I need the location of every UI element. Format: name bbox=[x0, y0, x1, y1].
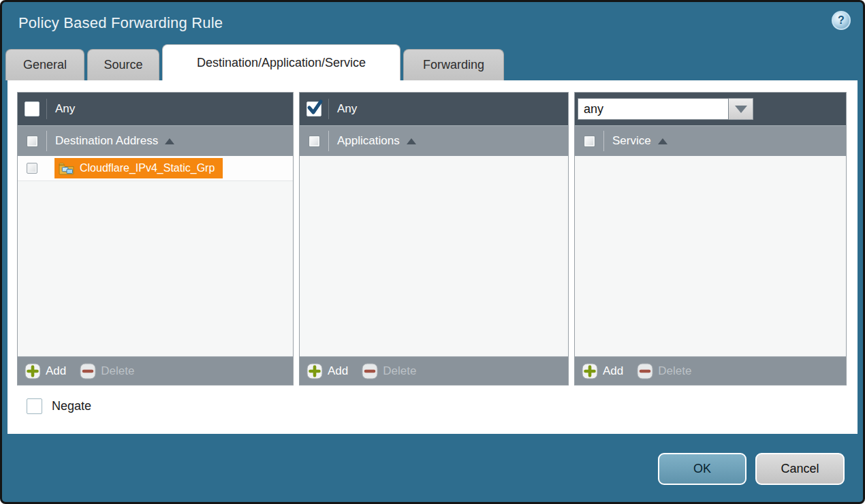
applications-column-title: Applications bbox=[337, 134, 400, 148]
applications-column-header[interactable]: Applications bbox=[300, 125, 568, 156]
applications-delete-button[interactable]: Delete bbox=[362, 363, 416, 379]
destination-any-bar: Any bbox=[18, 93, 293, 125]
service-column-title: Service bbox=[612, 134, 651, 148]
divider bbox=[603, 131, 604, 151]
applications-any-checkbox[interactable] bbox=[306, 101, 321, 116]
tab-source[interactable]: Source bbox=[87, 49, 159, 80]
dialog-action-band: OK Cancel bbox=[2, 434, 863, 502]
divider bbox=[328, 131, 329, 151]
applications-panel: Any Applications Add bbox=[299, 92, 569, 385]
help-icon[interactable]: ? bbox=[832, 11, 851, 30]
add-plus-icon bbox=[25, 363, 41, 379]
negate-label: Negate bbox=[52, 399, 91, 413]
tab-general[interactable]: General bbox=[5, 49, 84, 80]
destination-list: Cloudflare_IPv4_Static_Grp bbox=[18, 156, 293, 356]
dropdown-button[interactable] bbox=[729, 98, 753, 120]
address-group-icon bbox=[59, 162, 74, 175]
add-plus-icon bbox=[306, 363, 323, 379]
service-select-all-checkbox[interactable] bbox=[584, 136, 595, 147]
service-footer: Add Delete bbox=[575, 356, 846, 385]
sort-ascending-icon bbox=[407, 138, 416, 144]
selected-address-group[interactable]: Cloudflare_IPv4_Static_Grp bbox=[54, 158, 223, 178]
destination-any-checkbox[interactable] bbox=[25, 101, 40, 116]
tab-content: Any Destination Address bbox=[7, 80, 858, 434]
service-list bbox=[575, 156, 846, 356]
tab-bar: General Source Destination/Application/S… bbox=[2, 44, 863, 80]
applications-footer: Add Delete bbox=[300, 356, 568, 385]
divider bbox=[46, 99, 47, 119]
destination-add-button[interactable]: Add bbox=[25, 363, 66, 379]
add-label: Add bbox=[46, 364, 66, 378]
delete-label: Delete bbox=[383, 364, 416, 378]
service-delete-button[interactable]: Delete bbox=[637, 363, 691, 379]
divider bbox=[46, 131, 47, 151]
negate-option: Negate bbox=[27, 398, 858, 414]
destination-delete-button[interactable]: Delete bbox=[80, 363, 134, 379]
service-column-header[interactable]: Service bbox=[575, 125, 846, 156]
panels-container: Any Destination Address bbox=[7, 80, 858, 385]
applications-select-all-checkbox[interactable] bbox=[309, 136, 320, 147]
negate-checkbox[interactable] bbox=[27, 398, 42, 414]
destination-panel: Any Destination Address bbox=[17, 92, 294, 385]
applications-add-button[interactable]: Add bbox=[306, 363, 348, 379]
destination-column-header[interactable]: Destination Address bbox=[18, 125, 293, 156]
add-label: Add bbox=[603, 364, 623, 378]
chevron-down-icon bbox=[735, 106, 747, 113]
divider bbox=[328, 99, 329, 119]
delete-minus-icon bbox=[637, 363, 653, 379]
sort-ascending-icon bbox=[165, 138, 174, 144]
tab-destination-application-service[interactable]: Destination/Application/Service bbox=[162, 44, 400, 80]
address-group-name: Cloudflare_IPv4_Static_Grp bbox=[80, 162, 215, 174]
ok-button[interactable]: OK bbox=[658, 453, 746, 485]
dialog-title: Policy Based Forwarding Rule bbox=[18, 14, 223, 32]
destination-select-all-checkbox[interactable] bbox=[27, 136, 38, 147]
checkmark-icon bbox=[304, 97, 325, 118]
destination-footer: Add Delete bbox=[18, 356, 293, 385]
applications-any-bar: Any bbox=[300, 93, 568, 125]
dialog-titlebar: Policy Based Forwarding Rule ? bbox=[2, 2, 863, 44]
policy-based-forwarding-dialog: Policy Based Forwarding Rule ? General S… bbox=[0, 0, 865, 504]
applications-any-label: Any bbox=[337, 102, 357, 116]
service-type-value[interactable]: any bbox=[578, 98, 729, 120]
service-panel: any Service bbox=[574, 92, 847, 385]
delete-label: Delete bbox=[658, 364, 691, 378]
destination-row-checkbox[interactable] bbox=[27, 163, 37, 174]
destination-column-title: Destination Address bbox=[55, 134, 158, 148]
add-label: Add bbox=[328, 364, 348, 378]
applications-list bbox=[300, 156, 568, 356]
delete-minus-icon bbox=[362, 363, 378, 379]
action-buttons: OK Cancel bbox=[658, 453, 845, 485]
delete-label: Delete bbox=[101, 364, 134, 378]
delete-minus-icon bbox=[80, 363, 96, 379]
service-type-dropdown[interactable]: any bbox=[578, 98, 753, 120]
service-add-button[interactable]: Add bbox=[582, 363, 623, 379]
add-plus-icon bbox=[582, 363, 598, 379]
tab-forwarding[interactable]: Forwarding bbox=[403, 49, 504, 80]
service-dropdown-bar: any bbox=[575, 93, 846, 125]
destination-any-label: Any bbox=[55, 102, 75, 116]
sort-ascending-icon bbox=[658, 138, 667, 144]
cancel-button[interactable]: Cancel bbox=[755, 453, 845, 485]
destination-row-cloudflare[interactable]: Cloudflare_IPv4_Static_Grp bbox=[18, 156, 293, 181]
